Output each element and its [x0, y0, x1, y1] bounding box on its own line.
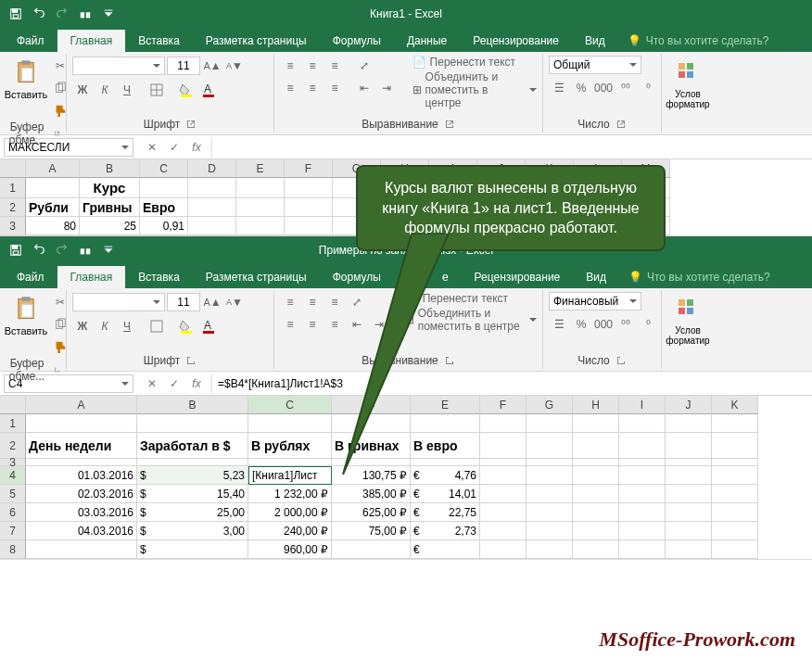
indent-decrease-icon[interactable]: ⇤ [354, 78, 374, 98]
col-header[interactable]: E [236, 159, 285, 178]
tab-insert[interactable]: Вставка [125, 266, 193, 288]
indent-increase-icon[interactable]: ⇥ [376, 78, 397, 98]
indent-decrease-icon[interactable]: ⇤ [347, 314, 367, 335]
cell[interactable] [188, 178, 236, 198]
col-header[interactable]: M [622, 159, 670, 178]
col-header[interactable]: D [188, 159, 236, 178]
cell[interactable] [573, 414, 619, 433]
undo-icon[interactable] [29, 240, 49, 260]
cell[interactable] [712, 414, 758, 433]
font-size-box[interactable]: 11 [167, 57, 200, 75]
cell[interactable] [573, 485, 619, 503]
cell[interactable] [236, 217, 285, 235]
dialog-launcher-icon[interactable] [54, 128, 60, 139]
tellme[interactable]: 💡 Что вы хотите сделать? [619, 266, 780, 288]
cell[interactable]: 625,00 ₽ [332, 503, 411, 522]
underline-icon[interactable]: Ч [117, 80, 137, 100]
comma-icon[interactable]: 000 [593, 314, 614, 335]
cell[interactable]: 25 [80, 217, 140, 235]
dialog-launcher-icon[interactable] [444, 355, 455, 366]
align-bottom-icon[interactable]: ≡ [324, 56, 345, 76]
cell[interactable] [429, 198, 477, 217]
cell[interactable] [526, 198, 574, 217]
cell[interactable] [619, 522, 666, 540]
cell[interactable] [619, 503, 666, 522]
row-header[interactable]: 1 [0, 178, 26, 198]
decrease-decimal-icon[interactable]: ⁰ [638, 314, 658, 335]
align-center-icon[interactable]: ≡ [302, 78, 323, 98]
cell[interactable] [248, 414, 332, 433]
cell[interactable]: €2,73 [411, 522, 480, 540]
cell[interactable] [285, 217, 333, 235]
cell[interactable] [381, 217, 429, 235]
col-header[interactable]: G [333, 159, 381, 178]
bold-icon[interactable]: Ж [72, 316, 93, 336]
cell[interactable] [622, 198, 670, 217]
cell[interactable]: Гривны [80, 198, 140, 217]
italic-icon[interactable]: К [95, 80, 115, 100]
increase-font-icon[interactable]: A▲ [202, 56, 222, 76]
cell[interactable] [26, 414, 137, 433]
row-header[interactable]: 7 [0, 522, 26, 540]
cell[interactable] [573, 433, 619, 459]
cell[interactable]: €4,76 [411, 466, 480, 485]
cell[interactable] [332, 459, 411, 466]
dialog-launcher-icon[interactable] [444, 119, 455, 130]
align-left-icon[interactable]: ≡ [280, 78, 300, 98]
col-header[interactable]: A [26, 159, 80, 178]
merge-center-button[interactable]: ⊞Объединить и поместить в центре [412, 70, 537, 109]
cell[interactable] [712, 522, 758, 540]
cancel-formula-icon[interactable]: ✕ [141, 374, 163, 393]
cell[interactable]: 80 [26, 217, 80, 235]
cell[interactable]: €22,75 [411, 503, 480, 522]
cell[interactable] [573, 459, 619, 466]
cell[interactable] [666, 466, 712, 485]
row-header[interactable]: 2 [0, 198, 26, 217]
tab-pagelayout[interactable]: Разметка страницы [193, 30, 320, 52]
undo-icon[interactable] [29, 4, 49, 24]
tab-view[interactable]: Вид [573, 266, 619, 288]
cell[interactable]: [Книга1]Лист [248, 466, 332, 485]
cell[interactable]: 1 232,00 ₽ [248, 485, 332, 503]
align-bottom-icon[interactable]: ≡ [324, 292, 345, 312]
number-format-box[interactable]: Финансовый [549, 292, 641, 310]
cell[interactable] [26, 178, 80, 198]
cell[interactable]: €14,01 [411, 485, 480, 503]
tab-home[interactable]: Главная [57, 266, 126, 288]
tab-review[interactable]: Рецензирование [460, 30, 572, 52]
border-icon[interactable] [146, 316, 167, 336]
cell[interactable] [573, 522, 619, 540]
cell[interactable]: 240,00 ₽ [248, 522, 332, 540]
cell[interactable]: $15,40 [137, 485, 248, 503]
cell[interactable] [26, 459, 137, 466]
cell[interactable] [429, 217, 477, 235]
accounting-icon[interactable]: ☰ [549, 314, 569, 335]
tab-formulas[interactable]: Формулы [320, 30, 394, 52]
number-format-box[interactable]: Общий [549, 56, 641, 74]
cell[interactable] [333, 217, 381, 235]
cell[interactable]: 03.03.2016 [26, 503, 137, 522]
cell[interactable]: День недели [26, 433, 137, 459]
cell[interactable] [666, 459, 712, 466]
underline-icon[interactable]: Ч [117, 316, 137, 336]
cell[interactable] [527, 503, 573, 522]
cell[interactable]: Курс [80, 178, 140, 198]
align-middle-icon[interactable]: ≡ [302, 292, 323, 312]
row-header[interactable]: 1 [0, 414, 26, 433]
dialog-launcher-icon[interactable] [54, 364, 60, 375]
col-header[interactable]: G [527, 396, 573, 414]
tab-file[interactable]: Файл [4, 30, 57, 52]
col-header[interactable]: H [573, 396, 619, 414]
align-middle-icon[interactable]: ≡ [302, 56, 323, 76]
cell[interactable] [411, 459, 480, 466]
increase-decimal-icon[interactable]: ⁰⁰ [615, 78, 636, 98]
tab-review[interactable]: Рецензирование [462, 266, 574, 288]
worksheet-2[interactable]: ABCDEFGHIJK12День неделиЗаработал в $В р… [0, 396, 812, 559]
cell[interactable] [666, 522, 712, 540]
cell[interactable] [712, 433, 758, 459]
touch-icon[interactable] [75, 4, 95, 24]
bold-icon[interactable]: Ж [72, 80, 93, 100]
tab-view[interactable]: Вид [572, 30, 618, 52]
cell[interactable] [666, 433, 712, 459]
cell[interactable] [666, 414, 712, 433]
